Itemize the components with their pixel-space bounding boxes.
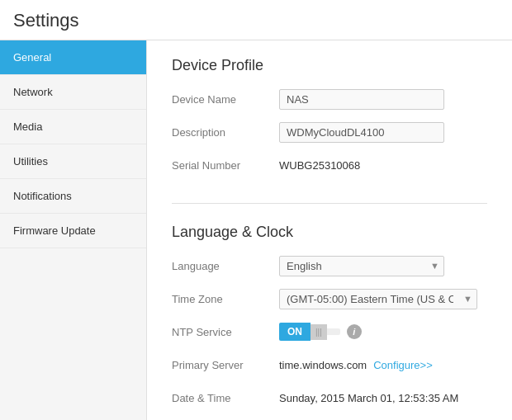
language-row: Language English ▼: [172, 254, 487, 277]
serial-number-value: WUBG25310068: [279, 159, 360, 172]
main-layout: General Network Media Utilities Notifica…: [0, 40, 512, 420]
language-clock-title: Language & Clock: [172, 224, 487, 241]
serial-number-row: Serial Number WUBG25310068: [172, 153, 487, 177]
primary-server-row: Primary Server time.windows.com Configur…: [172, 353, 487, 376]
primary-server-values: time.windows.com Configure>>: [279, 359, 433, 371]
ntp-info-icon[interactable]: i: [347, 324, 362, 339]
ntp-row: NTP Service ON ||| i: [172, 320, 487, 343]
device-name-row: Device Name: [172, 87, 487, 111]
sidebar-item-general[interactable]: General: [0, 40, 146, 75]
page-header: Settings: [0, 0, 512, 40]
sidebar-item-utilities[interactable]: Utilities: [0, 144, 146, 179]
language-clock-section: Language & Clock Language English ▼ Time…: [172, 224, 487, 420]
language-select[interactable]: English: [279, 256, 444, 276]
description-label: Description: [172, 126, 279, 139]
datetime-row: Date & Time Sunday, 2015 March 01, 12:53…: [172, 386, 487, 409]
ntp-label: NTP Service: [172, 326, 279, 338]
device-name-input[interactable]: [279, 89, 444, 110]
language-select-wrapper: English ▼: [279, 256, 444, 276]
timezone-row: Time Zone (GMT-05:00) Eastern Time (US &…: [172, 287, 487, 310]
sidebar-item-media[interactable]: Media: [0, 110, 146, 144]
sidebar: General Network Media Utilities Notifica…: [0, 40, 147, 420]
ntp-separator-icon: |||: [311, 324, 327, 340]
content-area: Device Profile Device Name Description S…: [147, 40, 512, 420]
ntp-off-button[interactable]: [327, 328, 340, 335]
primary-server-value: time.windows.com: [279, 359, 367, 371]
device-profile-section: Device Profile Device Name Description S…: [172, 57, 487, 204]
timezone-select-wrapper: (GMT-05:00) Eastern Time (US & Can... ▼: [279, 289, 477, 309]
ntp-toggle[interactable]: ON |||: [279, 323, 340, 341]
description-input[interactable]: [279, 122, 444, 143]
device-name-label: Device Name: [172, 93, 279, 106]
sidebar-item-network[interactable]: Network: [0, 75, 146, 110]
sidebar-item-firmware-update[interactable]: Firmware Update: [0, 214, 146, 248]
sidebar-item-notifications[interactable]: Notifications: [0, 179, 146, 214]
configure-link[interactable]: Configure>>: [373, 359, 433, 371]
device-profile-title: Device Profile: [172, 57, 487, 74]
ntp-controls: ON ||| i: [279, 323, 362, 341]
description-row: Description: [172, 120, 487, 144]
ntp-on-button[interactable]: ON: [279, 323, 311, 341]
primary-server-label: Primary Server: [172, 359, 279, 371]
timezone-label: Time Zone: [172, 293, 279, 305]
datetime-label: Date & Time: [172, 392, 279, 404]
datetime-value: Sunday, 2015 March 01, 12:53:35 AM: [279, 392, 458, 404]
page-title: Settings: [13, 10, 499, 31]
language-label: Language: [172, 260, 279, 272]
timezone-select[interactable]: (GMT-05:00) Eastern Time (US & Can...: [279, 289, 477, 309]
serial-number-label: Serial Number: [172, 159, 279, 172]
